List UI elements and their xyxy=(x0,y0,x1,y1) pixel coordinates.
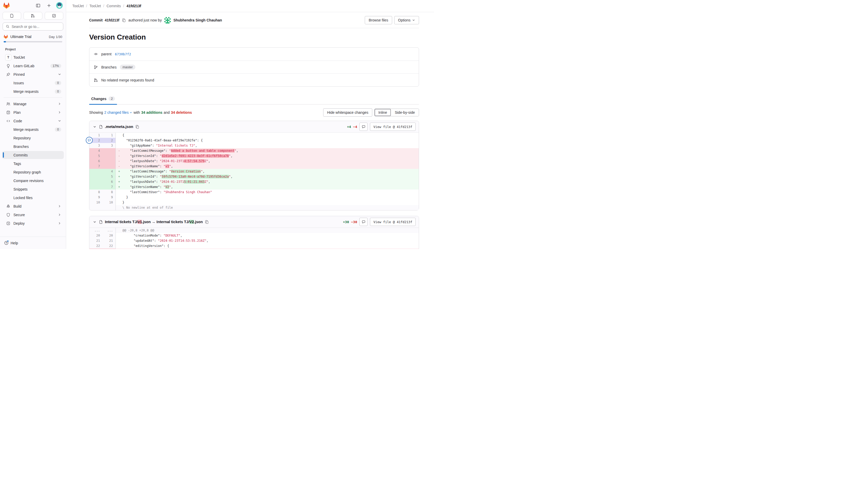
search-box[interactable] xyxy=(3,23,63,30)
sidebar-item-label: Merge requests xyxy=(13,128,55,132)
comment-indicator[interactable] xyxy=(86,137,93,144)
gitlab-logo-icon[interactable] xyxy=(3,2,10,9)
user-avatar[interactable] xyxy=(56,2,63,9)
create-new-icon[interactable] xyxy=(45,2,52,9)
copy-commit-sha-icon[interactable] xyxy=(121,18,126,23)
old-line-number[interactable]: 21 xyxy=(90,238,103,243)
new-line-number[interactable]: 21 xyxy=(103,238,116,243)
old-line-number[interactable] xyxy=(90,205,103,210)
new-line-number[interactable]: 2 xyxy=(103,138,116,143)
old-line-number[interactable] xyxy=(90,184,103,189)
collapse-file-icon[interactable] xyxy=(93,124,97,129)
new-line-number[interactable] xyxy=(103,148,116,153)
trial-widget[interactable]: Ultimate Trial Day 1/30 xyxy=(0,32,66,44)
sidebar-item-secure[interactable]: Secure xyxy=(2,211,64,219)
old-line-number[interactable]: 5 xyxy=(90,153,103,158)
sidebar-item-tooljet[interactable]: TToolJet xyxy=(2,53,64,61)
sidebar-item-pinned[interactable]: Pinned xyxy=(2,70,64,78)
new-line-number[interactable]: 4 xyxy=(103,169,116,174)
search-input[interactable] xyxy=(12,25,60,29)
old-line-number[interactable]: 1 xyxy=(90,133,103,138)
sidebar-item-learn-gitlab[interactable]: Learn GitLab17% xyxy=(2,62,64,70)
new-line-number[interactable] xyxy=(103,248,116,249)
new-line-number[interactable]: 6 xyxy=(103,179,116,184)
old-line-number[interactable]: 8 xyxy=(90,189,103,195)
sidebar-item-plan[interactable]: Plan xyxy=(2,108,64,116)
old-line-number[interactable]: 7 xyxy=(90,164,103,169)
breadcrumb-item[interactable]: ToolJet xyxy=(72,4,84,8)
new-line-number[interactable]: 9 xyxy=(103,195,116,200)
new-line-number[interactable]: 10 xyxy=(103,200,116,205)
sidebar-item-tags[interactable]: Tags xyxy=(2,159,64,168)
new-line-number[interactable] xyxy=(103,164,116,169)
old-line-number[interactable] xyxy=(90,179,103,184)
author-avatar[interactable] xyxy=(164,17,171,24)
sidebar-item-build[interactable]: Build xyxy=(2,202,64,210)
old-line-number[interactable]: 20 xyxy=(90,233,103,238)
merge-requests-shortcut-icon[interactable] xyxy=(24,12,42,19)
sidebar-item-compare-revisions[interactable]: Compare revisions xyxy=(2,176,64,185)
new-line-number[interactable]: ... xyxy=(103,228,116,233)
breadcrumb-item[interactable]: 41fd213f xyxy=(126,4,141,8)
changed-files-dropdown[interactable]: 2 changed files xyxy=(104,110,132,115)
old-line-number[interactable]: 6 xyxy=(90,158,103,164)
sidebar-item-snippets[interactable]: Snippets xyxy=(2,185,64,193)
new-line-number[interactable] xyxy=(103,158,116,164)
sidebar-item-locked-files[interactable]: Locked files xyxy=(2,194,64,202)
sidebar-item-merge-requests[interactable]: Merge requests0 xyxy=(2,126,64,133)
sidebar-item-deploy[interactable]: Deploy xyxy=(2,219,64,227)
old-line-number[interactable]: 10 xyxy=(90,200,103,205)
branch-badge[interactable]: master xyxy=(120,65,135,69)
old-line-number[interactable] xyxy=(90,174,103,179)
new-line-number[interactable] xyxy=(103,153,116,158)
new-line-number[interactable]: 1 xyxy=(103,133,116,138)
sidebar-item-manage[interactable]: Manage xyxy=(2,100,64,108)
sidebar-item-repository[interactable]: Repository xyxy=(2,134,64,142)
sidebar-item-commits[interactable]: Commits xyxy=(2,151,64,159)
collapse-file-icon[interactable] xyxy=(93,220,97,224)
old-line-number[interactable] xyxy=(90,169,103,174)
sidebar-item-pinned-merge-requests[interactable]: Merge requests0 xyxy=(2,88,64,95)
parent-hash-link[interactable]: 6730b7f2 xyxy=(115,52,131,56)
issues-shortcut-icon[interactable] xyxy=(3,12,21,19)
comment-on-file-button[interactable] xyxy=(360,122,368,131)
sidebar-item-repository-graph[interactable]: Repository graph xyxy=(2,168,64,176)
new-line-number[interactable]: 8 xyxy=(103,189,116,195)
diff-sign: - xyxy=(116,153,122,158)
todo-shortcut-icon[interactable] xyxy=(45,12,63,19)
new-line-number[interactable]: 22 xyxy=(103,243,116,248)
breadcrumb-item[interactable]: Commits xyxy=(107,4,121,8)
old-line-number[interactable]: 9 xyxy=(90,195,103,200)
diff-code: "gitVersionId": "d2d1e5e2-f691-4223-8e3f… xyxy=(122,153,419,158)
inline-view-button[interactable]: Inline xyxy=(375,109,391,116)
old-line-number[interactable]: 23 xyxy=(90,248,103,249)
view-file-button[interactable]: View file @ 41fd213f xyxy=(370,122,416,131)
options-button[interactable]: Options xyxy=(394,16,419,24)
diff-line: 2020 "creationMode": "DEFAULT", xyxy=(90,233,419,238)
new-line-number[interactable]: 3 xyxy=(103,143,116,148)
new-line-number[interactable]: 20 xyxy=(103,233,116,238)
sidebar-item-code[interactable]: Code xyxy=(2,117,64,125)
browse-files-button[interactable]: Browse files xyxy=(365,16,392,24)
old-line-number[interactable]: 4 xyxy=(90,148,103,153)
sidebar-item-branches[interactable]: Branches xyxy=(2,143,64,150)
tab-changes[interactable]: Changes 2 xyxy=(89,94,117,104)
comment-on-file-button[interactable] xyxy=(360,218,368,226)
new-line-number[interactable]: 7 xyxy=(103,184,116,189)
hide-whitespace-button[interactable]: Hide whitespace changes xyxy=(323,108,372,117)
copy-file-path-icon[interactable] xyxy=(135,125,139,129)
old-line-number[interactable]: 22 xyxy=(90,243,103,248)
new-line-number[interactable] xyxy=(103,205,116,210)
old-line-number[interactable]: ... xyxy=(90,228,103,233)
new-line-number[interactable]: 5 xyxy=(103,174,116,179)
breadcrumb-item[interactable]: ToolJet xyxy=(90,4,101,8)
view-file-button[interactable]: View file @ 41fd213f xyxy=(370,218,416,226)
sidebar-toggle-icon[interactable] xyxy=(35,2,42,9)
old-line-number[interactable]: 3 xyxy=(90,143,103,148)
sidebar-item-pinned-issues[interactable]: Issues0 xyxy=(2,79,64,87)
copy-file-path-icon[interactable] xyxy=(205,220,209,224)
sidebar-item-help[interactable]: Help xyxy=(3,239,63,247)
side-by-side-view-button[interactable]: Side-by-side xyxy=(391,109,419,116)
help-label: Help xyxy=(11,241,18,245)
author-name[interactable]: Shubhendra Singh Chauhan xyxy=(173,18,222,22)
